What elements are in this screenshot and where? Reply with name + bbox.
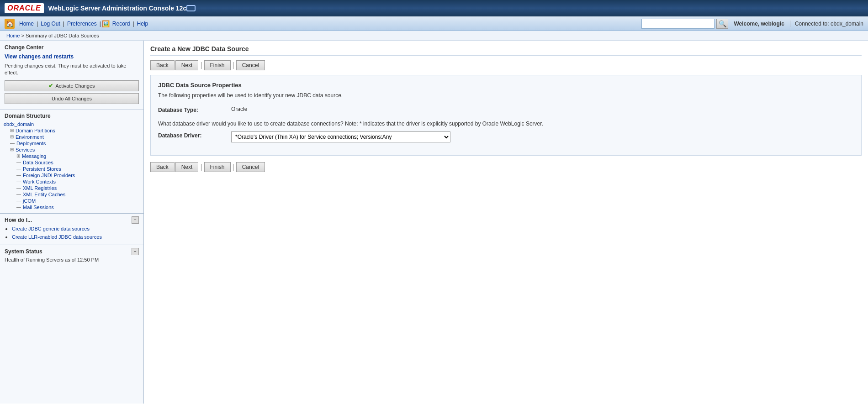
tree-expand-icon[interactable]: ⊞	[10, 128, 14, 133]
breadcrumb-bar: Home > Summary of JDBC Data Sources	[0, 31, 868, 41]
how-do-i-collapse-button[interactable]: −	[132, 216, 139, 224]
tree-expand-icon[interactable]: ⊞	[10, 134, 14, 139]
how-do-i-section: How do I... − Create JDBC generic data s…	[0, 214, 143, 245]
button-separator-top: |	[200, 61, 202, 69]
nav-separator-2: |	[63, 21, 64, 27]
nav-home-link[interactable]: Home	[17, 21, 36, 27]
tree-item-link[interactable]: Foreign JNDI Providers	[23, 173, 75, 178]
how-do-i-link[interactable]: Create LLR-enabled JDBC data sources	[12, 234, 102, 240]
breadcrumb-home-link[interactable]: Home	[6, 33, 20, 38]
finish-button-bottom[interactable]: Finish	[204, 162, 231, 172]
next-button-bottom[interactable]: Next	[175, 162, 199, 172]
tree-item-link[interactable]: jCOM	[23, 198, 36, 204]
tree-item[interactable]: —Foreign JNDI Providers	[3, 172, 141, 178]
connection-icon	[186, 5, 196, 11]
tree-expand-icon[interactable]: ⊞	[10, 147, 14, 152]
tree-item-link[interactable]: Deployments	[16, 141, 46, 146]
breadcrumb-separator: >	[21, 33, 25, 38]
button-separator-bot2: |	[233, 163, 234, 171]
welcome-text: Welcome, weblogic	[734, 21, 784, 27]
system-status-collapse-button[interactable]: −	[132, 248, 139, 255]
nav-preferences-link[interactable]: Preferences	[65, 21, 99, 27]
home-icon-button[interactable]: 🏠	[5, 19, 15, 29]
tree-dash-icon: —	[16, 205, 21, 210]
tree-item-link[interactable]: Services	[16, 147, 35, 152]
tree-item-link[interactable]: Messaging	[22, 153, 46, 159]
tree-item-link[interactable]: XML Entity Caches	[23, 192, 65, 197]
tree-item-link[interactable]: XML Registries	[23, 185, 57, 191]
database-driver-label: Database Driver:	[158, 131, 231, 139]
nav-logout-link[interactable]: Log Out	[39, 21, 62, 27]
view-changes-link[interactable]: View changes and restarts	[5, 53, 139, 60]
tree-dash-icon: —	[16, 179, 21, 184]
cancel-button-top[interactable]: Cancel	[236, 60, 265, 70]
button-separator-bot: |	[200, 163, 202, 171]
database-type-value: Oracle	[231, 106, 247, 112]
database-type-label: Database Type:	[158, 106, 231, 113]
tree-item[interactable]: ⊞Domain Partitions	[3, 127, 141, 134]
app-title: WebLogic Server Administration Console 1…	[48, 5, 187, 12]
search-area: 🔍	[641, 19, 728, 29]
system-status-section: System Status − Health of Running Server…	[0, 245, 143, 265]
tree-item[interactable]: —Work Contexts	[3, 178, 141, 185]
top-button-bar: Back Next | Finish | Cancel	[150, 60, 862, 70]
finish-button-top[interactable]: Finish	[204, 60, 231, 70]
nav-record-link[interactable]: Record	[111, 21, 132, 27]
tree-item[interactable]: —Deployments	[3, 140, 141, 147]
system-status-title: System Status	[5, 248, 42, 255]
sidebar: Change Center View changes and restarts …	[0, 41, 144, 404]
tree-item[interactable]: —Data Sources	[3, 159, 141, 166]
cancel-button-bottom[interactable]: Cancel	[236, 162, 265, 172]
tree-item[interactable]: —jCOM	[3, 198, 141, 204]
tree-item-link[interactable]: Data Sources	[23, 160, 53, 165]
activate-changes-button[interactable]: ✔ Activate Changes	[5, 80, 139, 91]
tree-item[interactable]: obdx_domain	[3, 121, 141, 127]
section-desc: The following properties will be used to…	[158, 92, 854, 99]
tree-item[interactable]: —Persistent Stores	[3, 166, 141, 172]
activate-btn-label: Activate Changes	[55, 83, 95, 89]
page-title: Create a New JDBC Data Source	[150, 45, 862, 56]
back-button-bottom[interactable]: Back	[150, 162, 175, 172]
tree-item[interactable]: —Mail Sessions	[3, 204, 141, 210]
domain-structure-title: Domain Structure	[0, 113, 143, 121]
next-button-top[interactable]: Next	[175, 60, 199, 70]
bottom-button-bar: Back Next | Finish | Cancel	[150, 162, 862, 172]
tree-item-link[interactable]: Environment	[16, 134, 44, 140]
pending-message: Pending changes exist. They must be acti…	[5, 63, 139, 77]
tree-expand-icon[interactable]: ⊞	[16, 153, 20, 158]
connected-text: Connected to: obdx_domain	[790, 21, 863, 27]
domain-tree: obdx_domain⊞Domain Partitions⊞Environmen…	[0, 121, 143, 210]
page-content: Create a New JDBC Data Source Back Next …	[144, 41, 868, 181]
tree-item[interactable]: ⊞Services	[3, 147, 141, 153]
top-bar: ORACLE WebLogic Server Administration Co…	[0, 0, 868, 16]
change-center-title: Change Center	[5, 44, 139, 51]
nav-separator-1: |	[37, 21, 38, 27]
back-button-top[interactable]: Back	[150, 60, 175, 70]
search-input[interactable]	[641, 19, 715, 29]
tree-dash-icon: —	[16, 198, 21, 203]
nav-bar: 🏠 Home | Log Out | Preferences | 🖼️ Reco…	[0, 16, 868, 31]
database-driver-select[interactable]: *Oracle's Driver (Thin XA) for Service c…	[231, 131, 450, 142]
how-do-i-link[interactable]: Create JDBC generic data sources	[12, 226, 90, 231]
tree-item[interactable]: —XML Registries	[3, 185, 141, 191]
tree-item[interactable]: ⊞Messaging	[3, 153, 141, 159]
tree-item-link[interactable]: obdx_domain	[4, 121, 34, 127]
how-do-i-title: How do I...	[5, 217, 32, 223]
database-type-row: Database Type: Oracle	[158, 106, 854, 113]
health-text: Health of Running Servers as of 12:50 PM	[5, 257, 139, 262]
system-status-header: System Status −	[5, 248, 139, 255]
tree-dash-icon: —	[10, 141, 15, 146]
list-item: Create LLR-enabled JDBC data sources	[12, 234, 139, 240]
checkmark-icon: ✔	[48, 82, 53, 89]
undo-changes-button[interactable]: Undo All Changes	[5, 93, 139, 104]
tree-item-link[interactable]: Work Contexts	[23, 179, 56, 184]
tree-items-container: obdx_domain⊞Domain Partitions⊞Environmen…	[3, 121, 141, 210]
tree-item[interactable]: ⊞Environment	[3, 134, 141, 140]
tree-item-link[interactable]: Persistent Stores	[23, 166, 61, 172]
domain-structure-section: Domain Structure obdx_domain⊞Domain Part…	[0, 110, 143, 214]
tree-item-link[interactable]: Domain Partitions	[16, 128, 55, 133]
tree-item[interactable]: —XML Entity Caches	[3, 191, 141, 198]
tree-item-link[interactable]: Mail Sessions	[23, 205, 54, 210]
search-button[interactable]: 🔍	[716, 19, 728, 29]
nav-help-link[interactable]: Help	[135, 21, 150, 27]
